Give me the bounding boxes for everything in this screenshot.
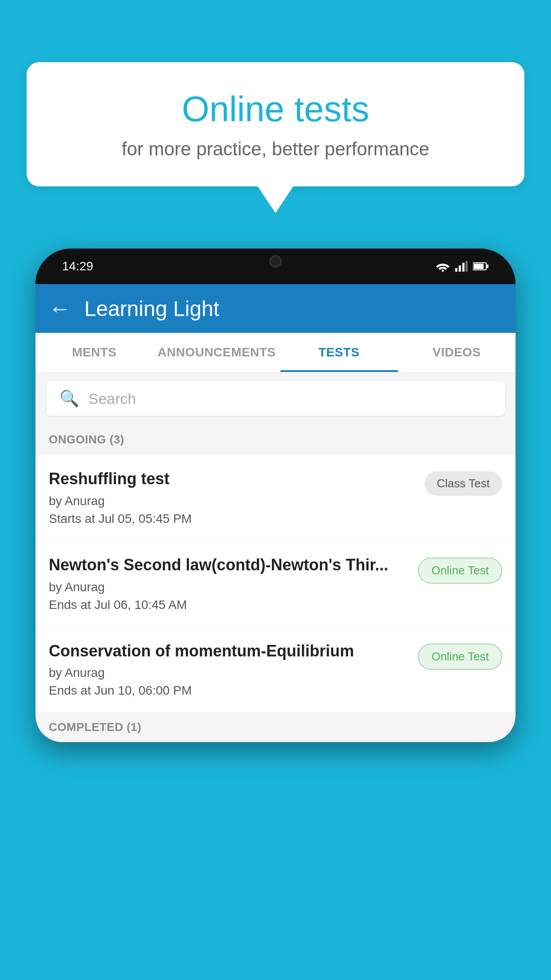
test-info: Reshuffling test by Anurag Starts at Jul… bbox=[49, 469, 416, 526]
speech-bubble-subtitle: for more practice, better performance bbox=[62, 138, 489, 160]
phone-frame: 14:29 bbox=[35, 249, 516, 742]
speech-bubble: Online tests for more practice, better p… bbox=[27, 62, 524, 186]
test-badge-online-test-2: Online Test bbox=[418, 644, 502, 670]
svg-point-0 bbox=[442, 270, 444, 272]
test-time: Ends at Jul 06, 10:45 AM bbox=[49, 598, 409, 612]
signal-icon bbox=[455, 261, 468, 272]
phone-wrapper: 14:29 bbox=[35, 249, 516, 980]
test-info: Newton's Second law(contd)-Newton's Thir… bbox=[49, 555, 409, 612]
search-icon: 🔍 bbox=[59, 389, 79, 408]
search-placeholder: Search bbox=[88, 390, 136, 407]
status-icons bbox=[436, 261, 489, 272]
app-bar: ← Learning Light bbox=[35, 284, 516, 333]
test-time: Starts at Jul 05, 05:45 PM bbox=[49, 512, 416, 526]
test-item[interactable]: Conservation of momentum-Equilibrium by … bbox=[35, 627, 516, 713]
tab-ments[interactable]: MENTS bbox=[35, 333, 153, 372]
search-bar[interactable]: 🔍 Search bbox=[46, 381, 505, 416]
test-item[interactable]: Reshuffling test by Anurag Starts at Jul… bbox=[35, 454, 516, 541]
wifi-icon bbox=[436, 261, 450, 272]
test-list: Reshuffling test by Anurag Starts at Jul… bbox=[35, 454, 516, 712]
svg-rect-2 bbox=[459, 265, 461, 272]
svg-rect-6 bbox=[474, 264, 484, 269]
test-badge-class-test: Class Test bbox=[425, 471, 502, 496]
speech-bubble-title: Online tests bbox=[62, 89, 489, 130]
speech-bubble-container: Online tests for more practice, better p… bbox=[27, 62, 524, 213]
camera-notch bbox=[269, 255, 282, 268]
search-container: 🔍 Search bbox=[35, 372, 516, 425]
svg-rect-3 bbox=[462, 263, 464, 272]
test-info: Conservation of momentum-Equilibrium by … bbox=[49, 641, 409, 698]
test-title: Newton's Second law(contd)-Newton's Thir… bbox=[49, 555, 409, 576]
ongoing-section-header: ONGOING (3) bbox=[35, 425, 516, 454]
test-author: by Anurag bbox=[49, 666, 409, 680]
tabs-bar: MENTS ANNOUNCEMENTS TESTS VIDEOS bbox=[35, 333, 516, 372]
test-badge-online-test: Online Test bbox=[418, 557, 502, 584]
app-bar-title: Learning Light bbox=[84, 296, 219, 321]
test-author: by Anurag bbox=[49, 494, 416, 508]
svg-rect-1 bbox=[455, 268, 457, 272]
status-time: 14:29 bbox=[62, 259, 93, 273]
completed-section-header: COMPLETED (1) bbox=[35, 712, 516, 742]
svg-rect-4 bbox=[465, 261, 468, 272]
back-button[interactable]: ← bbox=[49, 296, 71, 321]
tab-videos[interactable]: VIDEOS bbox=[398, 333, 516, 372]
speech-bubble-arrow bbox=[258, 186, 293, 213]
battery-icon bbox=[473, 262, 489, 271]
test-title: Reshuffling test bbox=[49, 469, 416, 490]
tab-announcements[interactable]: ANNOUNCEMENTS bbox=[153, 333, 280, 372]
test-item[interactable]: Newton's Second law(contd)-Newton's Thir… bbox=[35, 541, 516, 627]
test-author: by Anurag bbox=[49, 580, 409, 594]
svg-rect-7 bbox=[487, 265, 488, 268]
test-time: Ends at Jun 10, 06:00 PM bbox=[49, 684, 409, 698]
test-title: Conservation of momentum-Equilibrium bbox=[49, 641, 409, 662]
tab-tests[interactable]: TESTS bbox=[280, 333, 398, 372]
phone-top-bar: 14:29 bbox=[35, 249, 516, 284]
